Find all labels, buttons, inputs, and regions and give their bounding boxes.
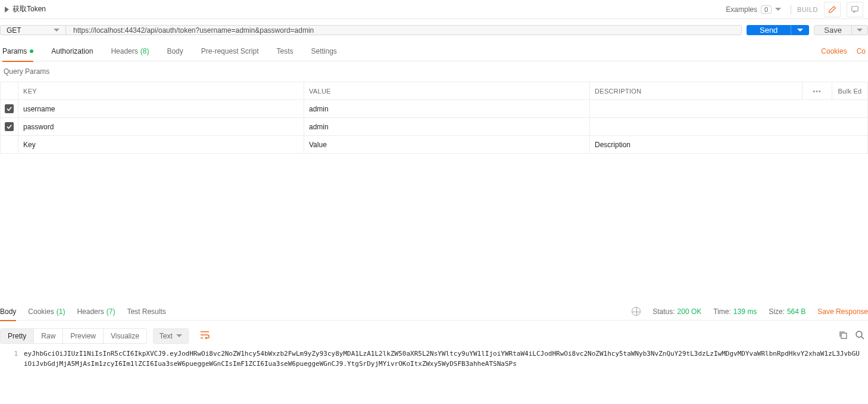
tab-tests[interactable]: Tests [276, 41, 293, 61]
row-checkbox[interactable] [1, 118, 18, 136]
save-dropdown[interactable] [851, 26, 867, 35]
new-description-input[interactable]: Description [590, 136, 868, 154]
time-indicator[interactable]: Time: 139 ms [713, 307, 757, 316]
param-value-cell[interactable]: admin [304, 100, 590, 118]
expand-icon[interactable] [5, 7, 9, 13]
response-body-view[interactable]: 1 eyJhbGciOiJIUzI1NiIsInR5cCI6IkpXVCJ9.e… [0, 349, 868, 369]
resp-tab-headers[interactable]: Headers (7) [77, 303, 115, 321]
tab-body[interactable]: Body [167, 41, 183, 61]
examples-label: Examples [726, 5, 757, 14]
comment-button[interactable] [847, 2, 863, 17]
chevron-down-icon [775, 8, 781, 11]
row-checkbox[interactable] [1, 100, 18, 118]
column-key: KEY [18, 82, 304, 100]
body-view-bar: Pretty Raw Preview Visualize Text [0, 321, 868, 349]
status-indicator[interactable]: Status: 200 OK [652, 307, 701, 316]
table-row: username admin [1, 100, 868, 118]
column-select-all[interactable] [1, 82, 18, 100]
param-value-cell[interactable]: admin [304, 118, 590, 136]
save-response-link[interactable]: Save Response [817, 307, 868, 316]
response-tabs: Body Cookies (1) Headers (7) Test Result… [0, 303, 868, 321]
tab-authorization[interactable]: Authorization [51, 41, 93, 61]
code-link[interactable]: Co [857, 47, 866, 55]
chevron-down-icon [797, 29, 803, 32]
method-url-group: GET https://localhost:44342/api/oauth/to… [0, 25, 742, 35]
chevron-down-icon [857, 29, 863, 32]
examples-dropdown[interactable]: Examples 0 [722, 3, 785, 16]
empty-area [0, 154, 868, 303]
chevron-down-icon [176, 334, 182, 337]
tab-headers[interactable]: Headers (8) [111, 41, 149, 61]
view-tab-raw[interactable]: Raw [34, 329, 63, 343]
checkbox-checked-icon [5, 104, 14, 113]
pencil-icon [828, 5, 836, 14]
comment-icon [851, 5, 859, 14]
param-key-cell[interactable]: username [18, 100, 304, 118]
body-view-tabs: Pretty Raw Preview Visualize [0, 328, 147, 344]
bulk-edit-link[interactable]: Bulk Ed [832, 82, 868, 100]
param-description-cell[interactable] [590, 118, 868, 136]
new-value-input[interactable]: Value [304, 136, 590, 154]
wrap-icon [199, 330, 210, 340]
resp-tab-body[interactable]: Body [0, 303, 16, 321]
send-dropdown[interactable] [791, 25, 809, 35]
row-checkbox-empty[interactable] [1, 136, 18, 154]
search-icon [855, 330, 864, 340]
resp-tab-cookies[interactable]: Cookies (1) [28, 303, 65, 321]
chevron-down-icon [54, 29, 60, 32]
view-tab-preview[interactable]: Preview [63, 329, 104, 343]
view-tab-pretty[interactable]: Pretty [1, 329, 34, 343]
resp-tab-test-results[interactable]: Test Results [127, 303, 166, 321]
more-dots-icon: ••• [813, 88, 822, 95]
table-row: password admin [1, 118, 868, 136]
tab-prerequest[interactable]: Pre-request Script [201, 41, 259, 61]
checkbox-checked-icon [5, 122, 14, 131]
request-name[interactable]: 获取Token [13, 4, 46, 14]
url-input[interactable]: https://localhost:44342/api/oauth/token?… [66, 26, 741, 35]
divider [791, 5, 791, 14]
send-button-group: Send [747, 25, 809, 35]
request-header-bar: 获取Token Examples 0 BUILD [0, 0, 868, 19]
wrap-lines-button[interactable] [196, 328, 214, 344]
copy-icon [838, 330, 848, 340]
build-label[interactable]: BUILD [797, 6, 818, 13]
column-more-actions[interactable]: ••• [803, 82, 832, 100]
param-description-cell[interactable] [590, 100, 868, 118]
url-value: https://localhost:44342/api/oauth/token?… [73, 26, 314, 35]
svg-point-2 [856, 331, 862, 337]
response-body-text[interactable]: eyJhbGciOiJIUzI1NiIsInR5cCI6IkpXVCJ9.eyJ… [24, 349, 868, 369]
table-row-new: Key Value Description [1, 136, 868, 154]
request-action-bar: GET https://localhost:44342/api/oauth/to… [0, 19, 868, 41]
svg-rect-1 [841, 333, 847, 338]
column-value: VALUE [304, 82, 590, 100]
query-params-table: KEY VALUE DESCRIPTION ••• Bulk Ed userna… [0, 82, 868, 154]
svg-rect-0 [852, 6, 858, 11]
tab-settings[interactable]: Settings [311, 41, 337, 61]
send-button[interactable]: Send [747, 25, 791, 35]
examples-count-badge: 0 [761, 5, 772, 14]
save-button[interactable]: Save [814, 26, 851, 35]
format-select[interactable]: Text [153, 328, 189, 344]
line-number: 1 [0, 349, 24, 369]
method-value: GET [7, 26, 21, 35]
globe-icon[interactable] [632, 307, 641, 316]
size-indicator[interactable]: Size: 564 B [769, 307, 805, 316]
active-dot-icon [30, 49, 33, 53]
query-params-heading: Query Params [0, 61, 868, 82]
view-tab-visualize[interactable]: Visualize [104, 329, 146, 343]
request-tabs: Params Authorization Headers (8) Body Pr… [0, 41, 868, 61]
tab-params[interactable]: Params [2, 41, 33, 61]
copy-button[interactable] [835, 330, 851, 341]
param-key-cell[interactable]: password [18, 118, 304, 136]
column-description: DESCRIPTION [590, 82, 803, 100]
edit-button[interactable] [824, 2, 841, 17]
new-key-input[interactable]: Key [18, 136, 304, 154]
save-button-group: Save [814, 25, 868, 35]
http-method-select[interactable]: GET [1, 26, 66, 35]
cookies-link[interactable]: Cookies [821, 47, 847, 55]
search-button[interactable] [851, 330, 868, 341]
